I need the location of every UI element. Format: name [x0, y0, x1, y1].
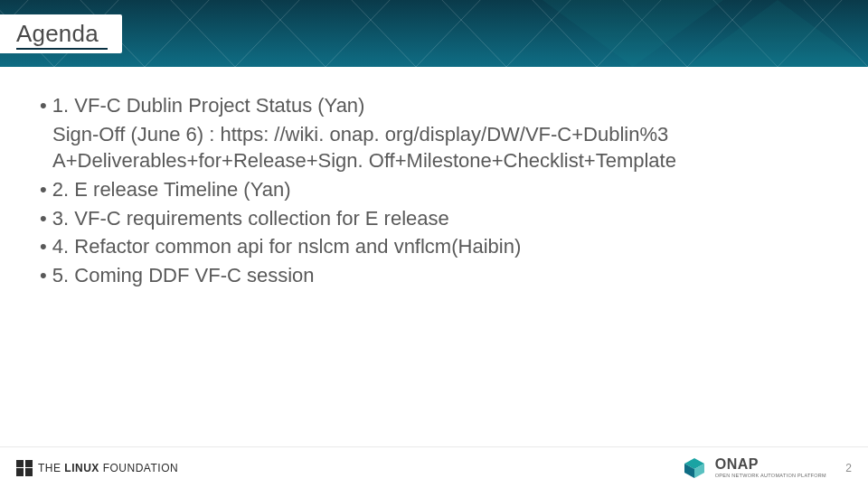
- header-pattern: [0, 0, 868, 67]
- lf-foundation: FOUNDATION: [103, 462, 178, 474]
- list-item: Sign-Off (June 6) : https: //wiki. onap.…: [40, 121, 832, 174]
- lf-linux: LINUX: [64, 462, 99, 474]
- onap-text: ONAP OPEN NETWORK AUTOMATION PLATFORM: [715, 457, 826, 479]
- slide-footer: THE LINUX FOUNDATION: [0, 446, 868, 488]
- slide: Agenda • 1. VF-C Dublin Project Status (…: [0, 0, 868, 488]
- onap-logo: ONAP OPEN NETWORK AUTOMATION PLATFORM: [683, 456, 826, 480]
- list-item: • 1. VF-C Dublin Project Status (Yan): [40, 92, 832, 119]
- title-container: Agenda: [0, 14, 122, 53]
- list-item: • 2. E release Timeline (Yan): [40, 176, 832, 203]
- linux-foundation-logo: THE LINUX FOUNDATION: [16, 460, 178, 476]
- slide-body: • 1. VF-C Dublin Project Status (Yan) Si…: [0, 67, 868, 446]
- list-item: • 4. Refactor common api for nslcm and v…: [40, 233, 832, 260]
- list-item: • 3. VF-C requirements collection for E …: [40, 205, 832, 232]
- linux-foundation-text: THE LINUX FOUNDATION: [38, 462, 178, 474]
- slide-header: Agenda: [0, 0, 868, 67]
- lf-the: THE: [38, 462, 61, 474]
- list-item: • 5. Coming DDF VF-C session: [40, 262, 832, 289]
- onap-sub-text: OPEN NETWORK AUTOMATION PLATFORM: [715, 474, 826, 479]
- onap-icon: [683, 456, 706, 480]
- onap-main-text: ONAP: [715, 457, 826, 472]
- page-title: Agenda: [16, 20, 99, 48]
- linux-foundation-icon: [16, 460, 33, 476]
- footer-right: ONAP OPEN NETWORK AUTOMATION PLATFORM 2: [683, 456, 852, 480]
- page-number: 2: [843, 462, 852, 474]
